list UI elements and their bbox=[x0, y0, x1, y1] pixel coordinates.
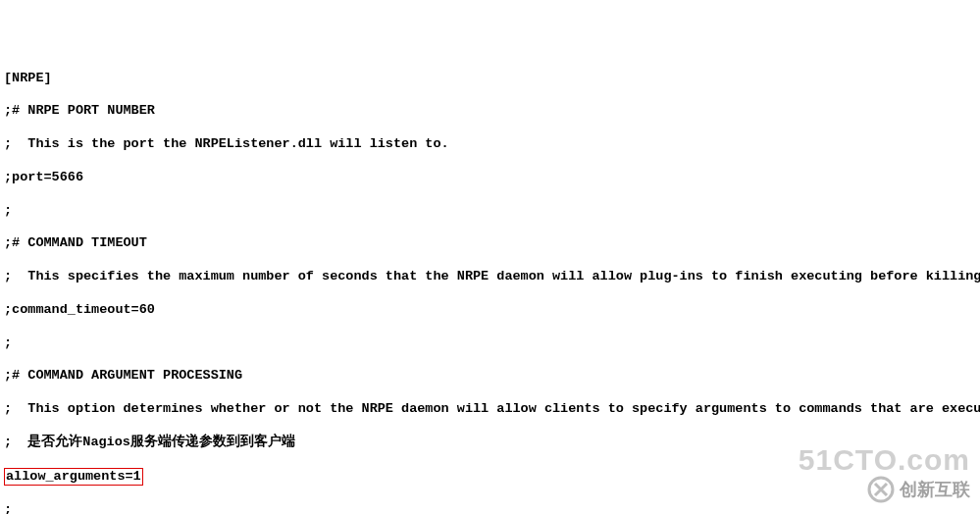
text: ;# COMMAND ARGUMENT PROCESSING bbox=[4, 368, 242, 383]
config-line: ; This specifies the maximum number of s… bbox=[4, 269, 976, 285]
text: ; bbox=[4, 203, 12, 218]
config-line: ;# COMMAND ARGUMENT PROCESSING bbox=[4, 368, 976, 385]
cx-logo-icon bbox=[866, 475, 896, 504]
text: ;# COMMAND TIMEOUT bbox=[4, 235, 147, 250]
config-line: ; This option determines whether or not … bbox=[4, 401, 976, 418]
watermark-logo-text: 创新互联 bbox=[900, 479, 970, 501]
text: [NRPE] bbox=[4, 71, 52, 85]
text: ;port=5666 bbox=[4, 170, 83, 184]
text: ; bbox=[4, 502, 12, 514]
config-line: ; bbox=[4, 335, 976, 352]
highlighted-setting: allow_arguments=1 bbox=[4, 468, 143, 487]
text: ;# NRPE PORT NUMBER bbox=[4, 103, 155, 118]
text: ; This option determines whether or not … bbox=[4, 401, 980, 416]
config-line: ; bbox=[4, 203, 976, 220]
config-line: ;# COMMAND TIMEOUT bbox=[4, 235, 976, 252]
config-line: ;command_timeout=60 bbox=[4, 302, 976, 319]
config-line: [NRPE] bbox=[4, 71, 976, 87]
config-line: ;port=5666 bbox=[4, 170, 976, 186]
watermark-text: 51CTO.com bbox=[799, 441, 970, 479]
text: ;command_timeout=60 bbox=[4, 302, 155, 317]
text: ; This specifies the maximum number of s… bbox=[4, 269, 980, 283]
config-line: ; bbox=[4, 502, 976, 514]
config-line: ;# NRPE PORT NUMBER bbox=[4, 103, 976, 120]
watermark-logo: 创新互联 bbox=[866, 475, 970, 504]
config-line: ; This is the port the NRPEListener.dll … bbox=[4, 136, 976, 153]
text: ; 是否允许Nagios服务端传递参数到到客户端 bbox=[4, 435, 295, 449]
text: ; bbox=[4, 335, 12, 350]
text: ; This is the port the NRPEListener.dll … bbox=[4, 136, 449, 151]
